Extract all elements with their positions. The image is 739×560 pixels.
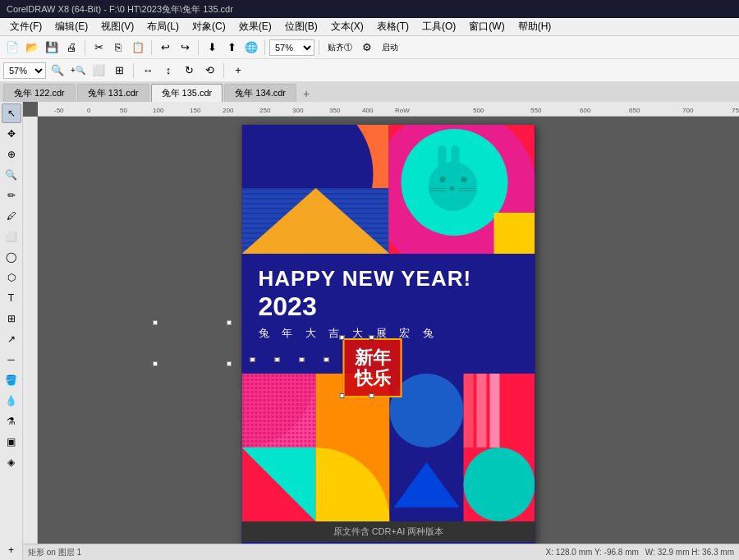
- stripe1: [464, 374, 474, 448]
- menu-help[interactable]: 帮助(H): [512, 18, 558, 35]
- publish-btn[interactable]: 🌐: [242, 39, 260, 57]
- ellipse-tool[interactable]: ◯: [2, 247, 21, 267]
- zoom-in-btn[interactable]: +🔍: [69, 62, 87, 80]
- polygon-tool[interactable]: ⬡: [2, 268, 21, 287]
- status-size: W: 32.9 mm H: 36.3 mm: [645, 548, 734, 557]
- new-btn[interactable]: 📄: [3, 39, 21, 57]
- whisker-l2: [429, 190, 446, 191]
- tab-1[interactable]: 兔年 122.cdr: [3, 84, 76, 102]
- pb-red-tri: [242, 448, 316, 521]
- status-bar: 矩形 on 图层 1 X: 128.0 mm Y: -96.8 mm W: 32…: [23, 544, 739, 560]
- export-btn[interactable]: ⬆: [223, 39, 241, 57]
- outline-tool[interactable]: ▣: [2, 432, 21, 452]
- sel-box-br: [370, 393, 374, 398]
- tab-4[interactable]: 兔年 134.cdr: [224, 84, 296, 102]
- print-btn[interactable]: 🖨: [62, 39, 80, 57]
- dropper-tool[interactable]: ⚗: [2, 411, 21, 431]
- sel-box-tr: [370, 335, 374, 340]
- menu-bitmap[interactable]: 位图(B): [278, 18, 324, 35]
- pb-navy: [390, 448, 464, 521]
- design-canvas: HAPPY NEW YEAR! 2023 兔 年 大 吉 大 展 宏 兔 新年快…: [38, 117, 739, 544]
- status-info: 矩形 on 图层 1: [28, 547, 81, 558]
- zoom-dropdown2[interactable]: 57%: [3, 62, 46, 79]
- blend-tool[interactable]: ◈: [2, 452, 21, 472]
- status-xy: X: 128.0 mm Y: -96.8 mm: [546, 548, 639, 557]
- outer-sel-mr: [227, 361, 232, 366]
- mirror-h-btn[interactable]: ↔: [139, 62, 157, 80]
- ruler-top: -50 0 50 100 150 200 250 300 350 400 RoW…: [38, 102, 739, 117]
- pb-navy-tri: [394, 462, 460, 507]
- zoom-tool[interactable]: 🔍: [2, 165, 21, 185]
- text-tool[interactable]: T: [2, 288, 21, 308]
- pb-stripes: [464, 374, 535, 448]
- tr-yellow-sq: [494, 213, 535, 254]
- poster-top-left: [242, 125, 389, 254]
- table-tool[interactable]: ⊞: [2, 309, 21, 328]
- whisker-r: [458, 188, 475, 189]
- menu-object[interactable]: 对象(C): [186, 18, 232, 35]
- smart-fill[interactable]: 💧: [2, 391, 21, 411]
- toolbox: ↖ ✥ ⊕ 🔍 ✏ 🖊 ⬜ ◯ ⬡ T ⊞ ↗ ─ 🪣 💧 ⚗ ▣ ◈ +: [0, 102, 23, 560]
- tab-3[interactable]: 兔年 135.cdr: [151, 84, 223, 102]
- select-tool[interactable]: ↖: [2, 103, 21, 123]
- pb-teal-circle: [464, 448, 535, 521]
- zoom-out-btn[interactable]: 🔍: [48, 62, 67, 80]
- rot-btn[interactable]: ↻: [180, 62, 198, 80]
- undo-btn[interactable]: ↩: [156, 39, 174, 57]
- year-text: 2023: [259, 291, 519, 322]
- menu-tools[interactable]: 工具(O): [415, 18, 462, 35]
- title-text: CorelDRAW X8 (64-Bit) - F:\0 HT\2023兔年\兔…: [7, 3, 233, 16]
- paste-btn[interactable]: 📋: [129, 39, 147, 57]
- tab-4-label: 兔年 134.cdr: [235, 87, 286, 99]
- crop-tool[interactable]: ⊕: [2, 145, 21, 164]
- copy-btn[interactable]: ⎘: [109, 39, 127, 57]
- add-tool[interactable]: +: [2, 540, 21, 560]
- freehand-tool[interactable]: ✏: [2, 186, 21, 205]
- rabbit-eye-left: [439, 177, 445, 182]
- zoom-all-btn[interactable]: ⊞: [110, 62, 128, 80]
- cut-btn[interactable]: ✂: [90, 39, 108, 57]
- canvas-area[interactable]: -50 0 50 100 150 200 250 300 350 400 RoW…: [23, 102, 739, 560]
- rabbit-eye-right: [461, 177, 466, 182]
- plus-btn[interactable]: +: [229, 62, 247, 80]
- connector-tool[interactable]: ─: [2, 350, 21, 370]
- menu-edit[interactable]: 编辑(E): [48, 18, 94, 35]
- zoom-select-btn[interactable]: ⬜: [90, 62, 108, 80]
- sel-box-bl: [340, 393, 345, 398]
- import-btn[interactable]: ⬇: [203, 39, 221, 57]
- tr-circle-teal: [401, 129, 507, 236]
- start-btn[interactable]: 启动: [378, 39, 402, 57]
- title-bar: CorelDRAW X8 (64-Bit) - F:\0 HT\2023兔年\兔…: [0, 0, 739, 18]
- snap-btn[interactable]: 贴齐①: [324, 39, 356, 57]
- artistic-tool[interactable]: 🖊: [2, 206, 21, 226]
- menu-table[interactable]: 表格(T): [370, 18, 415, 35]
- ruler-left: [23, 117, 38, 560]
- menu-layout[interactable]: 布局(L): [140, 18, 186, 35]
- menu-file[interactable]: 文件(F): [3, 18, 48, 35]
- add-tab-btn[interactable]: +: [298, 85, 314, 102]
- zoom-dropdown[interactable]: 57% 100% 200% 50%: [269, 39, 314, 56]
- toolbar1: 📄 📂 💾 🖨 ✂ ⎘ 📋 ↩ ↪ ⬇ ⬆ 🌐 57% 100% 200% 50…: [0, 36, 739, 59]
- parallel-tool[interactable]: ↗: [2, 329, 21, 349]
- whisker-l: [429, 188, 446, 189]
- redo-btn[interactable]: ↪: [176, 39, 194, 57]
- sel-h1: [250, 357, 255, 362]
- tab-3-label: 兔年 135.cdr: [162, 87, 213, 99]
- settings-btn[interactable]: ⚙: [358, 39, 376, 57]
- xinnian-text: 新年快乐: [355, 347, 391, 389]
- save-btn[interactable]: 💾: [43, 39, 61, 57]
- mirror-v-btn[interactable]: ↕: [159, 62, 177, 80]
- menu-text[interactable]: 文本(X): [324, 18, 370, 35]
- fill-tool[interactable]: 🪣: [2, 370, 21, 390]
- rect-tool[interactable]: ⬜: [2, 227, 21, 246]
- menu-effect[interactable]: 效果(E): [232, 18, 278, 35]
- flip-btn[interactable]: ⟲: [200, 62, 218, 80]
- tab-2[interactable]: 兔年 131.cdr: [77, 84, 149, 102]
- stripe2: [477, 374, 487, 448]
- sel-h3: [300, 357, 305, 362]
- xinnian-box: 新年快乐: [343, 338, 402, 397]
- shape-tool[interactable]: ✥: [2, 124, 21, 144]
- menu-view[interactable]: 视图(V): [94, 18, 140, 35]
- open-btn[interactable]: 📂: [23, 39, 41, 57]
- menu-window[interactable]: 窗口(W): [462, 18, 511, 35]
